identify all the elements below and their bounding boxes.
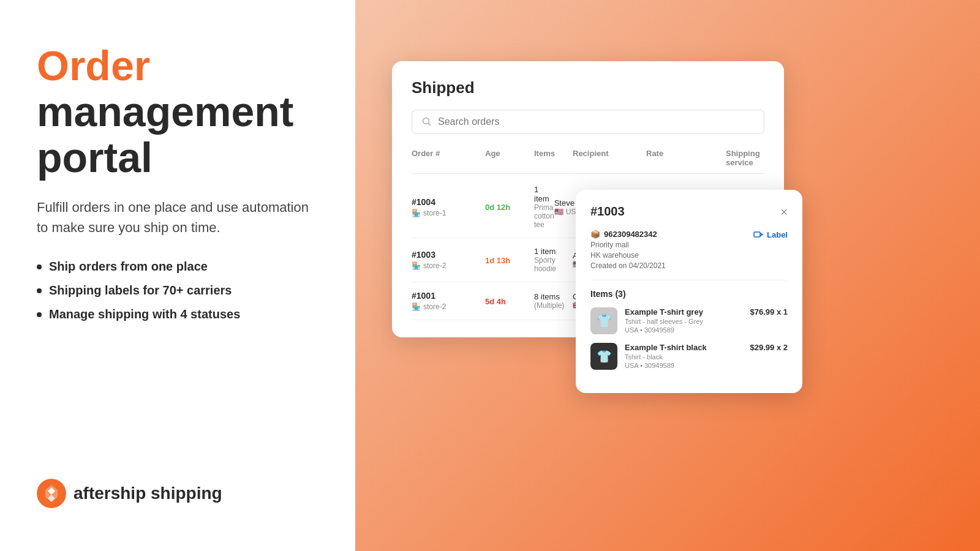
item-info-2: Example T-shirt black Tshirt - black USA… (625, 343, 743, 369)
item-row: 👕 Example T-shirt grey Tshirt - half sle… (590, 307, 788, 334)
col-order: Order # (412, 149, 485, 167)
detail-shipping-info: 📦 962309482342 Priority mail HK warehous… (590, 230, 788, 270)
store-icon: 🏪 (412, 209, 421, 217)
item-thumbnail-2: 👕 (590, 343, 617, 370)
col-rate: Rate (646, 149, 726, 167)
detail-order-id: #1003 (590, 204, 625, 219)
items-section-title: Items (3) (590, 280, 788, 299)
item-thumbnail-1: 👕 (590, 307, 617, 334)
bullet-icon-2 (37, 288, 42, 293)
item-info-1: Example T-shirt grey Tshirt - half sleev… (625, 307, 743, 334)
svg-line-2 (429, 124, 431, 126)
row3-order: #1001 🏪 store-2 (412, 291, 485, 311)
search-bar[interactable] (412, 110, 764, 134)
feature-item-1: Ship orders from one place (37, 260, 318, 274)
feature-item-2: Shipping labels for 70+ carriers (37, 283, 318, 298)
row2-items: 1 item Sporty hoodie (534, 247, 573, 273)
detail-tracking-block: 📦 962309482342 Priority mail HK warehous… (590, 230, 666, 270)
col-shipping: Shipping service (726, 149, 764, 167)
feature-item-3: Manage shipping with 4 statuses (37, 307, 318, 321)
store-icon: 🏪 (412, 261, 421, 270)
brand-name: aftership shipping (74, 484, 222, 503)
bullet-icon-1 (37, 264, 42, 269)
detail-card: #1003 × 📦 962309482342 Priority mail HK … (576, 190, 802, 393)
svg-rect-3 (754, 232, 760, 237)
hero-title: Order management portal (37, 43, 318, 180)
row2-age: 1d 13h (485, 255, 534, 266)
bullet-icon-3 (37, 312, 42, 317)
store-icon: 🏪 (412, 302, 421, 311)
row3-age: 5d 4h (485, 296, 534, 307)
right-panel: Shipped Order # Age Items Recipient Rate… (355, 0, 980, 551)
close-button[interactable]: × (780, 206, 788, 218)
aftership-logo-icon (37, 479, 66, 508)
left-content: Order management portal Fulfill orders i… (37, 43, 318, 321)
row1-age: 0d 12h (485, 201, 534, 212)
hero-line2: management (37, 89, 318, 135)
col-recipient: Recipient (573, 149, 646, 167)
carrier-icon: 📦 (590, 230, 600, 239)
row2-order: #1003 🏪 store-2 (412, 250, 485, 270)
left-panel: Order management portal Fulfill orders i… (0, 0, 355, 551)
col-items: Items (534, 149, 573, 167)
hero-line3: portal (37, 135, 318, 181)
search-icon (422, 117, 432, 127)
hero-line1: Order (37, 42, 150, 89)
detail-header: #1003 × (590, 204, 788, 219)
row3-items: 8 items (Multiple) (534, 292, 573, 310)
row1-items: 1 item Prima cotton tee (534, 185, 554, 229)
table-header: Order # Age Items Recipient Rate Shippin… (412, 149, 764, 174)
label-icon (753, 230, 763, 239)
orders-card-title: Shipped (412, 78, 764, 97)
feature-list: Ship orders from one place Shipping labe… (37, 260, 318, 321)
col-age: Age (485, 149, 534, 167)
brand-footer: aftership shipping (37, 479, 318, 508)
item-row: 👕 Example T-shirt black Tshirt - black U… (590, 343, 788, 370)
hero-description: Fulfill orders in one place and use auto… (37, 197, 318, 238)
row1-order: #1004 🏪 store-1 (412, 197, 485, 217)
label-button[interactable]: Label (753, 230, 788, 239)
search-input[interactable] (438, 116, 754, 127)
